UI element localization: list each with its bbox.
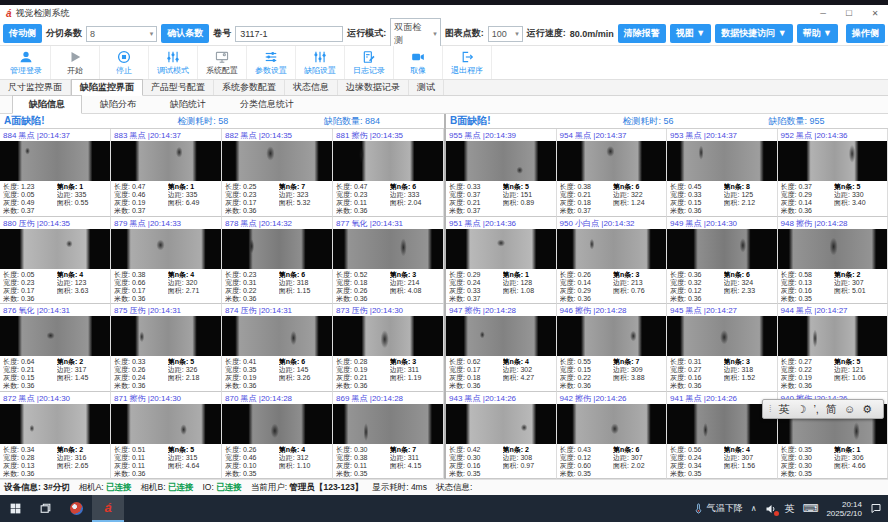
defect-cell[interactable]: 875 压伤 |20:14:31 长度: 0.33 宽度: 0.26 灰度: 0… <box>111 304 222 392</box>
tab-status-info[interactable]: 状态信息 <box>285 80 338 95</box>
sub-tab-strip: 缺陷信息缺陷分布缺陷统计分类信息统计 <box>0 96 888 114</box>
defect-image <box>778 141 888 181</box>
defect-cell-header: 883 黑点 |20:14:37 <box>111 129 221 141</box>
defect-cell[interactable]: 873 压伤 |20:14:30 长度: 0.28 宽度: 0.19 灰度: 0… <box>333 304 444 392</box>
moon-icon[interactable]: ☽ <box>797 400 807 418</box>
subtab-defect-stats[interactable]: 缺陷统计 <box>154 96 222 113</box>
emoji-icon[interactable]: ☺ <box>844 400 855 418</box>
weather-widget[interactable]: 气温下降 <box>693 502 743 515</box>
defect-cell[interactable]: 882 黑点 |20:14:35 长度: 0.25 宽度: 0.23 灰度: 0… <box>222 129 333 217</box>
ime-english-toggle[interactable]: 英 <box>779 400 790 418</box>
gear-icon[interactable]: ⚙ <box>862 400 872 418</box>
defect-cell[interactable]: 947 擦伤 |20:14:28 长度: 0.62 宽度: 0.17 灰度: 0… <box>446 304 557 392</box>
volume-button[interactable] <box>765 503 777 515</box>
window-title: 视觉检测系统 <box>16 7 70 20</box>
defect-cell[interactable]: 876 氧化 |20:14:31 长度: 0.64 宽度: 0.21 灰度: 0… <box>0 304 111 392</box>
defect-cell[interactable]: 877 氧化 |20:14:31 长度: 0.52 宽度: 0.18 灰度: 0… <box>333 217 444 305</box>
toolbar-admin-login-button[interactable]: 管理登录 <box>2 46 51 79</box>
toolbar-exit-program-button[interactable]: 退出程序 <box>443 46 492 79</box>
close-button[interactable]: ✕ <box>862 5 888 22</box>
panel-b-header: B面缺陷! 检测耗时: 56 缺陷数量: 955 <box>446 114 888 129</box>
defect-cell[interactable]: 870 黑点 |20:14:28 长度: 0.26 宽度: 0.46 灰度: 0… <box>222 392 333 480</box>
keyboard-icon[interactable]: ⌨ <box>803 503 819 514</box>
ime-language-button[interactable]: 英 <box>785 502 795 516</box>
defect-cell[interactable]: 952 黑点 |20:14:36 长度: 0.37 宽度: 0.29 灰度: 0… <box>778 129 888 217</box>
defect-cell[interactable]: 951 黑点 |20:14:36 长度: 0.29 宽度: 0.24 灰度: 0… <box>446 217 557 305</box>
subtab-class-info-stats[interactable]: 分类信息统计 <box>224 96 310 113</box>
roll-number-input[interactable] <box>235 26 343 42</box>
help-menu-button[interactable]: 帮助 ▼ <box>797 24 838 43</box>
slit-count-select[interactable]: 8 ▾ <box>86 26 157 42</box>
tab-product-config[interactable]: 产品型号配置 <box>143 80 214 95</box>
toolbar-debug-mode-button[interactable]: 调试模式 <box>149 46 198 79</box>
subtab-defect-distribution[interactable]: 缺陷分布 <box>84 96 152 113</box>
defect-cell[interactable]: 945 黑点 |20:14:27 长度: 0.31 宽度: 0.27 灰度: 0… <box>667 304 778 392</box>
defect-cell[interactable]: 953 黑点 |20:14:37 长度: 0.45 宽度: 0.33 灰度: 0… <box>667 129 778 217</box>
toolbar-param-settings-button[interactable]: 参数设置 <box>247 46 296 79</box>
defect-cell[interactable]: 949 黑点 |20:14:30 长度: 0.36 宽度: 0.32 灰度: 0… <box>667 217 778 305</box>
punctuation-toggle[interactable]: ’, <box>813 400 819 418</box>
defect-cell[interactable]: 941 黑点 |20:14:26 长度: 0.56 宽度: 0.24 灰度: 0… <box>667 392 778 480</box>
defect-cell[interactable]: 955 黑点 |20:14:39 长度: 0.33 宽度: 0.37 灰度: 0… <box>446 129 557 217</box>
ime-simplified-toggle[interactable]: 简 <box>826 400 837 418</box>
user-icon <box>19 50 33 64</box>
drive-side-button[interactable]: 传动侧 <box>3 24 42 43</box>
defect-cell[interactable]: 871 擦伤 |20:14:30 长度: 0.51 宽度: 0.11 灰度: 0… <box>111 392 222 480</box>
tray-expand-button[interactable]: ∧ <box>751 504 757 513</box>
taskbar-app-icon[interactable] <box>60 495 92 522</box>
defect-grid-b: 955 黑点 |20:14:39 长度: 0.33 宽度: 0.37 灰度: 0… <box>446 129 888 479</box>
defect-cell[interactable]: 874 压伤 |20:14:31 长度: 0.41 宽度: 0.35 灰度: 0… <box>222 304 333 392</box>
app-window: á 视觉检测系统 ─ ☐ ✕ 传动侧 分切条数 8 ▾ 确认条数 卷号 运行模式… <box>0 0 888 522</box>
tab-defect-monitor[interactable]: 缺陷监控界面 <box>71 79 143 96</box>
defect-cell[interactable]: 881 擦伤 |20:14:35 长度: 0.47 宽度: 0.23 灰度: 0… <box>333 129 444 217</box>
defect-cell[interactable]: 942 擦伤 |20:14:26 长度: 0.43 宽度: 0.12 灰度: 0… <box>557 392 668 480</box>
tab-system-params[interactable]: 系统参数配置 <box>214 80 285 95</box>
action-center-button[interactable] <box>870 502 882 516</box>
confirm-count-button[interactable]: 确认条数 <box>161 24 209 43</box>
defect-cell-header: 952 黑点 |20:14:36 <box>778 129 888 141</box>
chart-points-select[interactable]: 100 ▾ <box>488 26 523 42</box>
defect-cell[interactable]: 950 小白点 |20:14:32 长度: 0.26 宽度: 0.14 灰度: … <box>557 217 668 305</box>
minimize-button[interactable]: ─ <box>810 5 836 22</box>
defect-cell[interactable]: 944 黑点 |20:14:27 长度: 0.27 宽度: 0.22 灰度: 0… <box>778 304 888 392</box>
toolbar-defect-settings-button[interactable]: 缺陷设置 <box>296 46 345 79</box>
subtab-defect-info[interactable]: 缺陷信息 <box>12 95 82 114</box>
defect-cell[interactable]: 880 压伤 |20:14:35 长度: 0.05 宽度: 0.23 灰度: 0… <box>0 217 111 305</box>
drag-handle-icon[interactable]: ⁞ <box>769 404 772 414</box>
run-mode-select[interactable]: 双面检测 ▾ <box>390 18 441 50</box>
maximize-button[interactable]: ☐ <box>836 5 862 22</box>
defect-cell-meta: 长度: 0.31 宽度: 0.27 灰度: 0.16 米数: 0.36 第n条:… <box>667 356 777 391</box>
tab-size-monitor[interactable]: 尺寸监控界面 <box>0 80 71 95</box>
operate-side-button[interactable]: 操作侧 <box>846 24 885 43</box>
tab-test[interactable]: 测试 <box>409 80 444 95</box>
tab-edge-data-record[interactable]: 边缘数据记录 <box>338 80 409 95</box>
defect-cell[interactable]: 878 黑点 |20:14:32 长度: 0.23 宽度: 0.31 灰度: 0… <box>222 217 333 305</box>
toolbar-log-record-button[interactable]: 日志记录 <box>345 46 394 79</box>
defect-cell[interactable]: 869 黑点 |20:14:28 长度: 0.30 宽度: 0.38 灰度: 0… <box>333 392 444 480</box>
defect-cell[interactable]: 872 黑点 |20:14:30 长度: 0.34 宽度: 0.28 灰度: 0… <box>0 392 111 480</box>
defect-cell[interactable]: 946 擦伤 |20:14:28 长度: 0.55 宽度: 0.15 灰度: 0… <box>557 304 668 392</box>
action-toolbar: 管理登录 开始 停止 调试模式 系统配置 参数设置 缺陷设置 日志记录 取像 退… <box>0 46 888 80</box>
display-time: 显示耗时: 4ms <box>372 482 427 494</box>
view-menu-button[interactable]: 视图 ▼ <box>670 24 711 43</box>
clear-alarm-button[interactable]: 清除报警 <box>618 24 666 43</box>
window-controls: ─ ☐ ✕ <box>810 5 888 22</box>
defect-cell[interactable]: 884 黑点 |20:14:37 长度: 1.23 宽度: 0.05 灰度: 0… <box>0 129 111 217</box>
toolbar-capture-button[interactable]: 取像 <box>394 46 443 79</box>
clock-widget[interactable]: 20:14 2025/2/10 <box>826 500 862 518</box>
defect-cell-header: 949 黑点 |20:14:30 <box>667 217 777 229</box>
toolbar-system-config-button[interactable]: 系统配置 <box>198 46 247 79</box>
defect-cell[interactable]: 883 黑点 |20:14:37 长度: 0.47 宽度: 0.46 灰度: 0… <box>111 129 222 217</box>
toolbar-stop-button[interactable]: 停止 <box>100 46 149 79</box>
defect-cell[interactable]: 943 黑点 |20:14:26 长度: 0.42 宽度: 0.30 灰度: 0… <box>446 392 557 480</box>
quick-data-menu-button[interactable]: 数据快捷访问 ▼ <box>715 24 792 43</box>
toolbar-start-button[interactable]: 开始 <box>51 46 100 79</box>
play-icon <box>68 50 82 64</box>
defect-cell[interactable]: 948 擦伤 |20:14:28 长度: 0.58 宽度: 0.13 灰度: 0… <box>778 217 888 305</box>
defect-cell[interactable]: 879 黑点 |20:14:33 长度: 0.38 宽度: 0.66 灰度: 0… <box>111 217 222 305</box>
defect-cell[interactable]: 954 黑点 |20:14:37 长度: 0.38 宽度: 0.21 灰度: 0… <box>557 129 668 217</box>
taskbar-app-inspection-active[interactable]: á <box>92 495 124 522</box>
task-view-button[interactable] <box>30 495 60 522</box>
defect-image <box>557 229 667 269</box>
start-button[interactable] <box>0 495 30 522</box>
